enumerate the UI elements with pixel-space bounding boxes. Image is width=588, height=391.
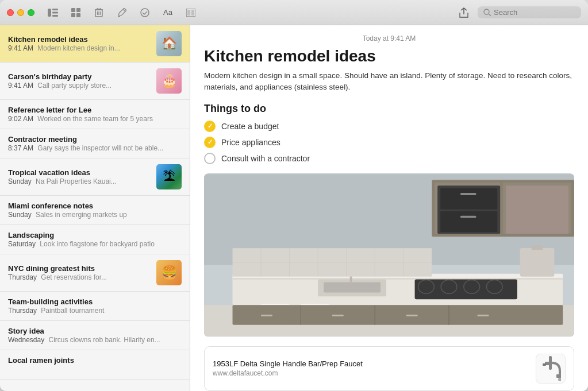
grid-view-button[interactable]: [67, 5, 85, 20]
svg-rect-37: [233, 278, 563, 279]
svg-point-72: [558, 378, 561, 381]
note-item-text-miami-conference: Miami conference notesSunday Sales in em…: [8, 202, 182, 219]
note-item-contractor-meeting[interactable]: Contractor meeting8:37 AM Gary says the …: [0, 129, 190, 158]
sidebar-toggle-button[interactable]: [44, 5, 62, 20]
svg-rect-60: [520, 248, 554, 277]
format-button[interactable]: Aa: [159, 5, 177, 20]
todo-checked-icon[interactable]: [204, 121, 216, 132]
note-item-team-building[interactable]: Team-building activitiesThursday Paintba…: [0, 292, 190, 321]
note-item-thumb-carsons-birthday: 🎂: [156, 68, 182, 94]
link-card[interactable]: 1953LF Delta Single Handle Bar/Prep Fauc…: [204, 346, 574, 391]
note-item-title-team-building: Team-building activities: [8, 297, 182, 306]
content-area: Kitchen remodel ideas9:41 AM Modern kitc…: [0, 25, 588, 391]
note-item-meta-local-ramen: [8, 365, 182, 373]
note-item-meta-story-idea: Wednesday Circus clowns rob bank. Hilari…: [8, 336, 182, 344]
note-item-carsons-birthday[interactable]: Carson's birthday party9:41 AM Call part…: [0, 63, 190, 100]
note-item-title-landscaping: Landscaping: [8, 231, 182, 239]
svg-line-21: [489, 14, 491, 16]
note-item-title-local-ramen: Local ramen joints: [8, 356, 182, 365]
note-item-meta-kitchen-remodel: 9:41 AM Modern kitchen design in...: [8, 44, 151, 52]
todo-item: Create a budget: [204, 121, 574, 132]
svg-line-14: [123, 9, 125, 11]
link-card-text: 1953LF Delta Single Handle Bar/Prep Fauc…: [213, 359, 529, 377]
note-item-nyc-dining[interactable]: NYC dining greatest hitsThursday Get res…: [0, 254, 190, 292]
titlebar: Aa: [0, 0, 588, 25]
note-item-thumb-kitchen-remodel: 🏠: [156, 31, 182, 56]
note-item-story-idea[interactable]: Story ideaWednesday Circus clowns rob ba…: [0, 321, 190, 350]
svg-rect-7: [76, 13, 80, 17]
note-item-landscaping[interactable]: LandscapingSaturday Look into flagstone …: [0, 225, 190, 254]
note-item-title-miami-conference: Miami conference notes: [8, 202, 182, 210]
search-icon: [483, 9, 491, 16]
note-item-meta-tropical-vacation: Sunday Na Pali Properties Kauai...: [8, 177, 151, 185]
note-item-text-contractor-meeting: Contractor meeting8:37 AM Gary says the …: [8, 135, 182, 152]
svg-rect-56: [261, 315, 272, 316]
search-bar[interactable]: [478, 6, 581, 18]
note-item-meta-reference-letter: 9:02 AM Worked on the same team for 5 ye…: [8, 115, 182, 123]
note-item-text-reference-letter: Reference letter for Lee9:02 AM Worked o…: [8, 106, 182, 123]
note-item-reference-letter[interactable]: Reference letter for Lee9:02 AM Worked o…: [0, 100, 190, 129]
todo-label: Consult with a contractor: [221, 154, 310, 163]
search-input[interactable]: [494, 8, 568, 17]
note-item-thumb-tropical-vacation: 🏝: [156, 164, 182, 189]
note-item-meta-nyc-dining: Thursday Get reservations for...: [8, 273, 151, 281]
sidebar: Kitchen remodel ideas9:41 AM Modern kitc…: [0, 25, 190, 391]
note-item-text-landscaping: LandscapingSaturday Look into flagstone …: [8, 231, 182, 248]
todo-section-title: Things to do: [204, 103, 574, 115]
svg-rect-58: [406, 315, 418, 316]
app-window: Aa Kitchen remodel ideas9:41: [0, 0, 588, 391]
close-button[interactable]: [7, 9, 14, 16]
svg-rect-4: [71, 8, 75, 12]
share-button[interactable]: [455, 5, 473, 20]
maximize-button[interactable]: [28, 9, 34, 16]
todo-checked-icon[interactable]: [204, 137, 216, 148]
svg-rect-61: [532, 245, 543, 250]
detail-title: Kitchen remodel ideas: [190, 45, 588, 70]
delete-button[interactable]: [90, 5, 108, 20]
gallery-button[interactable]: [182, 5, 200, 20]
kitchen-svg: [204, 173, 574, 337]
svg-rect-34: [506, 185, 568, 234]
todo-list: Create a budgetPrice appliancesConsult w…: [204, 121, 574, 164]
note-item-meta-miami-conference: Sunday Sales in emerging markets up: [8, 211, 182, 219]
detail-description: Modern kitchen design in a small space. …: [204, 70, 574, 94]
svg-rect-57: [332, 315, 344, 316]
svg-rect-59: [478, 315, 489, 316]
svg-rect-2: [52, 11, 58, 13]
checklist-button[interactable]: [136, 5, 154, 20]
note-item-miami-conference[interactable]: Miami conference notesSunday Sales in em…: [0, 196, 190, 225]
svg-rect-5: [76, 8, 80, 12]
svg-rect-1: [52, 9, 58, 10]
note-item-title-carsons-birthday: Carson's birthday party: [8, 72, 151, 81]
svg-rect-6: [71, 13, 75, 17]
svg-rect-10: [97, 8, 101, 10]
svg-rect-31: [440, 211, 497, 232]
note-item-title-tropical-vacation: Tropical vacation ideas: [8, 168, 151, 177]
svg-rect-33: [460, 215, 476, 218]
svg-rect-18: [187, 10, 190, 16]
detail-timestamp: Today at 9:41 AM: [363, 34, 416, 42]
minimize-button[interactable]: [17, 9, 24, 16]
faucet-icon: [536, 354, 566, 384]
svg-rect-0: [48, 9, 51, 17]
note-item-text-team-building: Team-building activitiesThursday Paintba…: [8, 297, 182, 315]
note-item-meta-landscaping: Saturday Look into flagstone for backyar…: [8, 240, 182, 248]
note-item-local-ramen[interactable]: Local ramen joints: [0, 350, 190, 380]
note-item-title-kitchen-remodel: Kitchen remodel ideas: [8, 35, 151, 44]
todo-unchecked-icon[interactable]: [204, 153, 216, 164]
note-item-text-story-idea: Story ideaWednesday Circus clowns rob ba…: [8, 327, 182, 344]
note-item-meta-carsons-birthday: 9:41 AM Call party supply store...: [8, 82, 151, 90]
traffic-lights: [7, 9, 34, 16]
link-card-title: 1953LF Delta Single Handle Bar/Prep Fauc…: [213, 359, 529, 368]
compose-button[interactable]: [113, 5, 131, 20]
todo-item: Consult with a contractor: [204, 153, 574, 164]
svg-rect-32: [460, 193, 476, 195]
svg-rect-71: [556, 374, 561, 378]
note-item-tropical-vacation[interactable]: Tropical vacation ideasSunday Na Pali Pr…: [0, 158, 190, 196]
note-item-meta-team-building: Thursday Paintball tournament: [8, 307, 182, 315]
note-item-kitchen-remodel[interactable]: Kitchen remodel ideas9:41 AM Modern kitc…: [0, 25, 190, 63]
svg-rect-39: [324, 282, 381, 292]
detail-body: Modern kitchen design in a small space. …: [190, 70, 588, 391]
note-item-text-carsons-birthday: Carson's birthday party9:41 AM Call part…: [8, 72, 151, 90]
note-item-title-nyc-dining: NYC dining greatest hits: [8, 264, 151, 273]
